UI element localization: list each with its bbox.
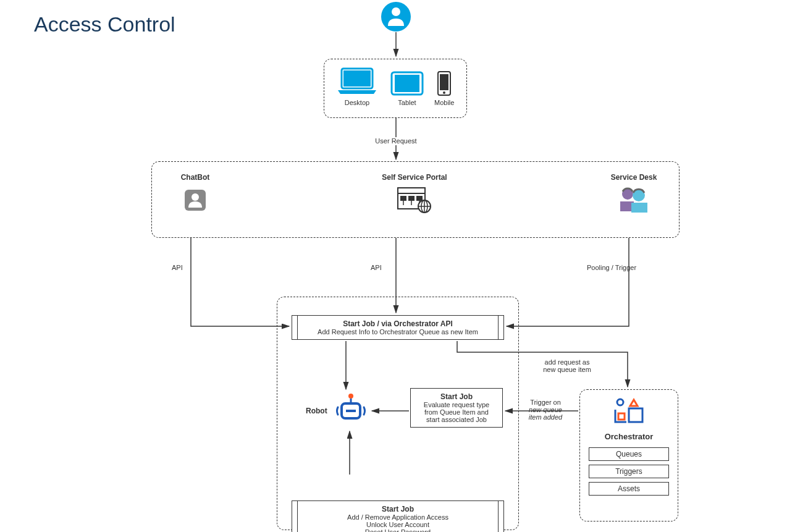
svg-rect-32 xyxy=(618,413,625,420)
api-label-1: API xyxy=(172,264,183,271)
svg-rect-15 xyxy=(416,196,423,201)
channels-box: ChatBot Self Service Portal Service Desk xyxy=(151,161,680,238)
svg-rect-7 xyxy=(440,74,448,90)
trigger-line3: item added xyxy=(518,413,573,421)
desktop-label: Desktop xyxy=(335,99,379,106)
robot-icon xyxy=(334,392,368,427)
mobile-icon xyxy=(436,70,452,96)
start-job-actions-line1: Add / Remove Application Access xyxy=(301,513,495,521)
mobile-label: Mobile xyxy=(434,99,454,106)
start-job-api-box: Start Job / via Orchestrator API Add Req… xyxy=(292,315,504,340)
chatbot-label: ChatBot xyxy=(158,173,232,182)
svg-point-8 xyxy=(443,91,445,94)
chatbot-icon xyxy=(183,188,208,213)
start-job-eval-title: Start Job xyxy=(416,392,497,401)
user-request-label: User Request xyxy=(368,137,424,145)
svg-rect-14 xyxy=(408,196,415,201)
web-portal-icon xyxy=(397,187,432,214)
pooling-trigger-label: Pooling / Trigger xyxy=(587,264,636,271)
svg-point-30 xyxy=(617,399,623,405)
api-label-2: API xyxy=(371,264,382,271)
orchestrator-assets: Assets xyxy=(589,482,669,496)
service-desk-block: Service Desk xyxy=(591,173,677,216)
user-icon xyxy=(381,1,411,32)
start-job-eval-line1: Evaluate request type xyxy=(416,401,497,408)
chatbot-block: ChatBot xyxy=(158,173,232,215)
tablet-icon xyxy=(390,70,424,96)
self-service-block: Self Service Portal xyxy=(359,173,470,216)
svg-point-0 xyxy=(381,2,411,32)
start-job-eval-line3: start associated Job xyxy=(416,416,497,423)
trigger-label: Trigger on new queue item added xyxy=(518,399,573,421)
svg-rect-13 xyxy=(400,196,406,201)
trigger-line2: new queue xyxy=(518,406,573,413)
start-job-actions-line2: Unlock User Account xyxy=(301,521,495,528)
orchestrator-box: Orchestrator Queues Triggers Assets xyxy=(579,389,678,521)
start-job-eval-box: Start Job Evaluate request type from Que… xyxy=(410,388,503,428)
laptop-icon xyxy=(335,65,379,96)
orchestrator-icon xyxy=(612,396,646,426)
start-job-actions-title: Start Job xyxy=(301,505,495,513)
start-job-eval-line2: from Queue Item and xyxy=(416,408,497,416)
svg-rect-5 xyxy=(395,75,419,92)
devices-box: Desktop Tablet Mobile xyxy=(324,59,467,118)
start-job-actions-line3: Reset User Password xyxy=(301,528,495,532)
orchestrator-triggers: Triggers xyxy=(589,465,669,478)
svg-rect-26 xyxy=(631,203,647,213)
self-service-label: Self Service Portal xyxy=(359,173,470,182)
add-request-line1: add request as xyxy=(530,358,604,366)
device-tablet: Tablet xyxy=(390,70,424,106)
svg-rect-3 xyxy=(343,70,371,87)
robot-label: Robot xyxy=(306,407,327,415)
trigger-line1: Trigger on xyxy=(518,399,573,406)
orchestrator-title: Orchestrator xyxy=(580,432,678,441)
add-request-label: add request as new queue item xyxy=(530,358,604,373)
device-desktop: Desktop xyxy=(335,65,379,106)
service-desk-label: Service Desk xyxy=(591,173,677,182)
svg-rect-31 xyxy=(629,408,642,422)
page-title: Access Control xyxy=(34,12,175,36)
device-mobile: Mobile xyxy=(434,70,454,106)
start-job-actions-box: Start Job Add / Remove Application Acces… xyxy=(292,500,504,532)
orchestrator-queues: Queues xyxy=(589,447,669,461)
svg-point-10 xyxy=(191,193,199,201)
add-request-line2: new queue item xyxy=(530,366,604,373)
start-job-api-sub: Add Request Info to Orchestrator Queue a… xyxy=(301,328,495,336)
svg-point-1 xyxy=(392,7,400,16)
start-job-api-title: Start Job / via Orchestrator API xyxy=(301,319,495,328)
service-desk-icon xyxy=(615,185,652,214)
tablet-label: Tablet xyxy=(390,99,424,106)
